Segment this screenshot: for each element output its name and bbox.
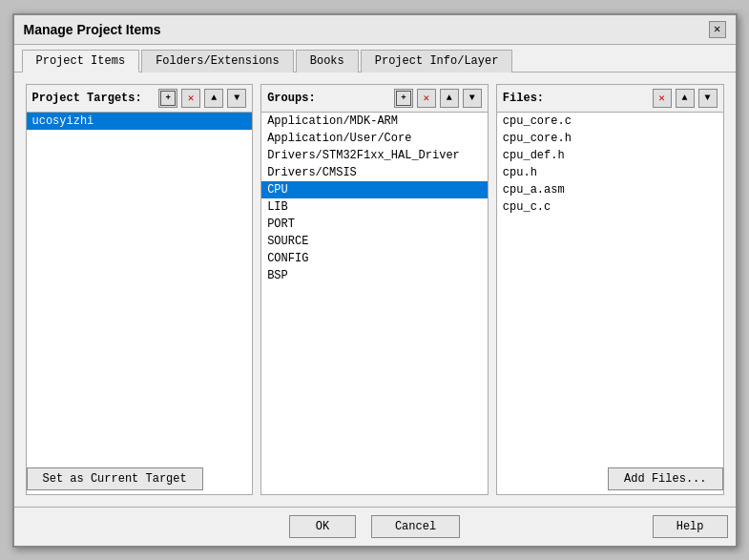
groups-header: Groups: + ✕ ▲ ▼ (261, 85, 488, 113)
title-bar: Manage Project Items ✕ (14, 15, 736, 45)
list-item[interactable]: LIB (261, 198, 488, 216)
down-icon: ▼ (234, 93, 239, 103)
groups-up-button[interactable]: ▲ (440, 89, 459, 108)
list-item[interactable]: cpu_def.h (497, 147, 723, 164)
tab-project-items[interactable]: Project Items (22, 50, 140, 73)
list-item[interactable]: CONFIG (261, 250, 488, 267)
list-item[interactable]: SOURCE (261, 233, 488, 250)
up-icon: ▲ (682, 93, 688, 103)
targets-add-button[interactable]: + (158, 89, 177, 108)
targets-up-button[interactable]: ▲ (204, 89, 223, 108)
list-item[interactable]: PORT (261, 216, 488, 233)
dialog-footer: OK Cancel Help (14, 507, 736, 546)
groups-label: Groups: (267, 92, 390, 105)
list-item[interactable]: cpu_core.c (497, 113, 723, 130)
list-item[interactable]: Application/User/Core (261, 130, 488, 147)
up-icon: ▲ (447, 93, 452, 103)
list-item[interactable]: cpu_core.h (497, 130, 723, 147)
files-header: Files: ✕ ▲ ▼ (497, 85, 723, 113)
delete-icon: ✕ (658, 92, 665, 104)
files-column: Files: ✕ ▲ ▼ cpu_core.c cpu_core.h cpu_d… (496, 84, 724, 495)
add-files-button[interactable]: Add Files... (608, 467, 722, 490)
targets-delete-button[interactable]: ✕ (181, 89, 200, 108)
files-bottom-bar: Add Files... (497, 460, 723, 494)
targets-bottom-bar: Set as Current Target (27, 460, 253, 494)
files-up-button[interactable]: ▲ (676, 89, 695, 108)
groups-down-button[interactable]: ▼ (463, 89, 482, 108)
groups-bottom-bar (261, 460, 488, 494)
list-item[interactable]: cpu_a.asm (497, 181, 723, 198)
set-current-target-button[interactable]: Set as Current Target (27, 467, 203, 490)
cancel-button[interactable]: Cancel (371, 515, 460, 538)
down-icon: ▼ (469, 93, 475, 103)
list-item[interactable]: Drivers/STM32F1xx_HAL_Driver (261, 147, 488, 164)
ok-button[interactable]: OK (289, 515, 356, 538)
list-item[interactable]: ucosyizhi (27, 113, 253, 130)
project-targets-column: Project Targets: + ✕ ▲ ▼ ucosyizhi (26, 84, 254, 495)
targets-header: Project Targets: + ✕ ▲ ▼ (27, 85, 253, 113)
tab-bar: Project Items Folders/Extensions Books P… (14, 45, 736, 73)
list-item[interactable]: Drivers/CMSIS (261, 164, 488, 181)
list-item[interactable]: Application/MDK-ARM (261, 113, 488, 130)
add-icon: + (160, 91, 176, 106)
tab-project-info-layer[interactable]: Project Info/Layer (361, 50, 513, 73)
groups-add-button[interactable]: + (394, 89, 413, 108)
add-icon: + (396, 91, 411, 106)
footer-center-buttons: OK Cancel (289, 515, 460, 538)
files-list: cpu_core.c cpu_core.h cpu_def.h cpu.h cp… (497, 113, 723, 460)
delete-icon: ✕ (424, 92, 430, 104)
columns-container: Project Targets: + ✕ ▲ ▼ ucosyizhi (26, 84, 724, 495)
dialog-title: Manage Project Items (24, 22, 161, 37)
close-button[interactable]: ✕ (709, 21, 726, 38)
targets-down-button[interactable]: ▼ (227, 89, 246, 108)
files-delete-button[interactable]: ✕ (653, 89, 672, 108)
up-icon: ▲ (211, 93, 217, 103)
list-item[interactable]: BSP (261, 267, 488, 284)
groups-column: Groups: + ✕ ▲ ▼ Application/MDK-ARM (260, 84, 489, 495)
delete-icon: ✕ (188, 92, 195, 104)
files-label: Files: (503, 92, 649, 105)
files-down-button[interactable]: ▼ (698, 89, 718, 108)
list-item[interactable]: cpu_c.c (497, 198, 723, 216)
targets-label: Project Targets: (32, 92, 156, 105)
groups-delete-button[interactable]: ✕ (417, 89, 436, 108)
groups-list: Application/MDK-ARM Application/User/Cor… (261, 113, 488, 460)
list-item[interactable]: cpu.h (497, 164, 723, 181)
down-icon: ▼ (705, 93, 711, 103)
main-content: Project Targets: + ✕ ▲ ▼ ucosyizhi (14, 73, 736, 507)
tab-books[interactable]: Books (296, 50, 359, 73)
help-button[interactable]: Help (653, 515, 728, 538)
targets-list: ucosyizhi (27, 113, 253, 460)
tab-folders-extensions[interactable]: Folders/Extensions (141, 50, 294, 73)
list-item[interactable]: CPU (261, 181, 488, 198)
manage-project-items-dialog: Manage Project Items ✕ Project Items Fol… (12, 13, 738, 548)
